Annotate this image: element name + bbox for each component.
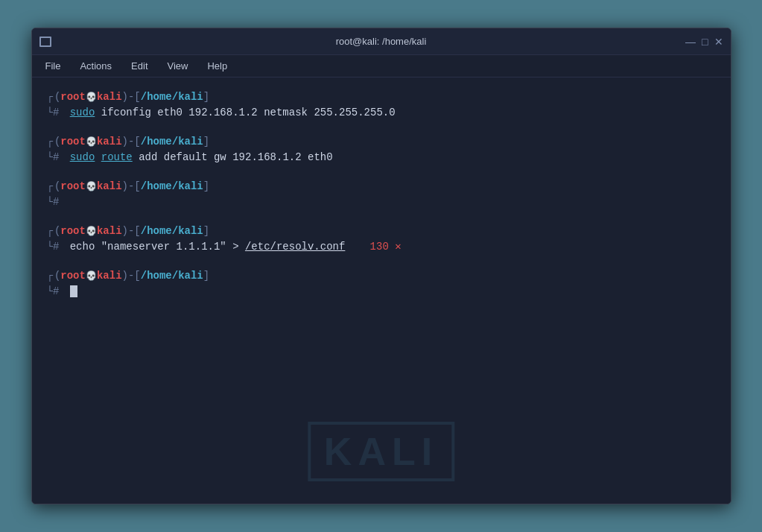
terminal-window: root@kali: /home/kali — □ ✕ File Actions… (31, 28, 731, 504)
prompt-top-1: ┌ (root💀kali)-[/home/kali] (47, 89, 716, 105)
prompt-bot-5: └# (47, 284, 716, 300)
title-bar-left (39, 37, 51, 47)
menu-actions[interactable]: Actions (77, 59, 115, 73)
terminal-body[interactable]: ┌ (root💀kali)-[/home/kali] └# sudo ifcon… (32, 77, 731, 504)
exit-code-badge: 130 ✕ (351, 239, 401, 255)
menu-bar: File Actions Edit View Help (32, 55, 731, 77)
maximize-button[interactable]: □ (702, 37, 708, 47)
prompt-top-2: ┌ (root💀kali)-[/home/kali] (47, 134, 716, 150)
prompt-bot-2: └# sudo route add default gw 192.168.1.2… (47, 150, 716, 165)
corner-bot-2: └# (47, 150, 60, 165)
cmd-block-2: ┌ (root💀kali)-[/home/kali] └# sudo route… (47, 134, 716, 165)
corner-top-4: ┌ (47, 224, 53, 239)
prompt-bot-1: └# sudo ifconfig eth0 192.168.1.2 netmas… (47, 105, 716, 121)
corner-top-5: ┌ (47, 268, 53, 284)
corner-bot-4: └# (47, 239, 60, 255)
prompt-bot-3: └# (47, 194, 716, 210)
corner-top-2: ┌ (47, 134, 53, 150)
terminal-cursor (70, 285, 77, 297)
kali-watermark: KALI (308, 422, 454, 481)
title-bar: root@kali: /home/kali — □ ✕ (32, 28, 731, 55)
window-title: root@kali: /home/kali (336, 36, 427, 47)
corner-bot-1: └# (47, 105, 60, 121)
close-button[interactable]: ✕ (714, 37, 723, 47)
prompt-top-4: ┌ (root💀kali)-[/home/kali] (47, 224, 716, 239)
prompt-top-5: ┌ (root💀kali)-[/home/kali] (47, 268, 716, 284)
cmd-block-1: ┌ (root💀kali)-[/home/kali] └# sudo ifcon… (47, 89, 716, 121)
cmd-block-5: ┌ (root💀kali)-[/home/kali] └# (47, 268, 716, 300)
title-bar-controls: — □ ✕ (685, 37, 723, 47)
cmd-block-4: ┌ (root💀kali)-[/home/kali] └# echo "name… (47, 224, 716, 255)
menu-edit[interactable]: Edit (128, 59, 150, 73)
window-icon (39, 37, 51, 47)
menu-view[interactable]: View (165, 59, 191, 73)
prompt-top-3: ┌ (root💀kali)-[/home/kali] (47, 179, 716, 194)
prompt-bot-4: └# echo "nameserver 1.1.1.1" > /etc/reso… (47, 239, 716, 255)
minimize-button[interactable]: — (685, 37, 696, 47)
corner-bot-3: └# (47, 194, 60, 210)
cmd-block-3: ┌ (root💀kali)-[/home/kali] └# (47, 179, 716, 210)
corner-top-1: ┌ (47, 89, 53, 105)
menu-help[interactable]: Help (204, 59, 230, 73)
corner-bot-5: └# (47, 284, 60, 300)
corner-top-3: ┌ (47, 179, 53, 194)
menu-file[interactable]: File (42, 59, 64, 73)
